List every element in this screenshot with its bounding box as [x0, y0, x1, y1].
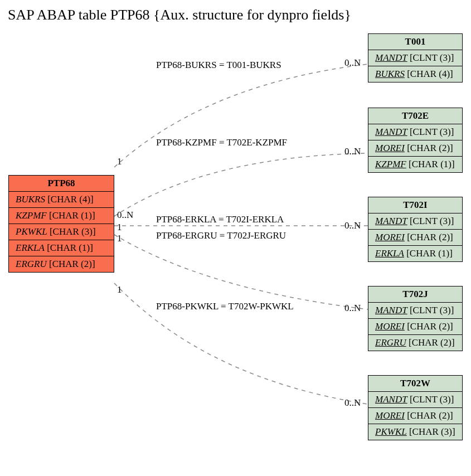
cardinality-left: 1	[117, 233, 122, 244]
entity-header: T702I	[368, 197, 462, 213]
field-row: MOREI [CHAR (2)]	[368, 408, 462, 424]
field-row: BUKRS [CHAR (4)]	[368, 66, 462, 82]
cardinality-left: 1	[117, 284, 122, 295]
field-row: MANDT [CLNT (3)]	[368, 50, 462, 66]
entity-header: T702E	[368, 108, 462, 124]
edge-label: PTP68-ERKLA = T702I-ERKLA	[156, 214, 284, 225]
field-row: BUKRS [CHAR (4)]	[9, 192, 114, 208]
cardinality-left: 0..N	[117, 210, 133, 221]
field-row: MOREI [CHAR (2)]	[368, 140, 462, 157]
cardinality-right: 0..N	[344, 397, 361, 409]
entity-header: PTP68	[9, 176, 114, 192]
field-row: MANDT [CLNT (3)]	[368, 213, 462, 230]
field-row: ERGRU [CHAR (2)]	[9, 256, 114, 272]
entity-t702e: T702E MANDT [CLNT (3)] MOREI [CHAR (2)] …	[368, 108, 463, 173]
field-row: ERKLA [CHAR (1)]	[368, 246, 462, 261]
field-row: MANDT [CLNT (3)]	[368, 303, 462, 319]
cardinality-right: 0..N	[344, 146, 361, 157]
edge-label: PTP68-ERGRU = T702J-ERGRU	[156, 230, 286, 241]
entity-header: T702W	[368, 376, 462, 392]
field-row: MOREI [CHAR (2)]	[368, 230, 462, 246]
entity-ptp68: PTP68 BUKRS [CHAR (4)] KZPMF [CHAR (1)] …	[8, 175, 114, 273]
cardinality-left: 1	[117, 222, 122, 233]
cardinality-right: 0..N	[344, 57, 361, 69]
cardinality-left: 1	[117, 156, 122, 167]
entity-t702i: T702I MANDT [CLNT (3)] MOREI [CHAR (2)] …	[368, 197, 463, 262]
field-row: KZPMF [CHAR (1)]	[9, 208, 114, 224]
entity-header: T702J	[368, 286, 462, 303]
entity-header: T001	[368, 34, 462, 50]
edge-label: PTP68-BUKRS = T001-BUKRS	[156, 60, 281, 71]
field-row: MANDT [CLNT (3)]	[368, 392, 462, 408]
field-row: ERKLA [CHAR (1)]	[9, 240, 114, 256]
entity-t702j: T702J MANDT [CLNT (3)] MOREI [CHAR (2)] …	[368, 286, 463, 351]
entity-t702w: T702W MANDT [CLNT (3)] MOREI [CHAR (2)] …	[368, 375, 463, 440]
field-row: MANDT [CLNT (3)]	[368, 124, 462, 140]
field-row: ERGRU [CHAR (2)]	[368, 335, 462, 351]
field-row: MOREI [CHAR (2)]	[368, 319, 462, 335]
field-row: KZPMF [CHAR (1)]	[368, 157, 462, 172]
entity-t001: T001 MANDT [CLNT (3)] BUKRS [CHAR (4)]	[368, 33, 463, 82]
cardinality-right: 0..N	[344, 303, 361, 314]
field-row: PKWKL [CHAR (3)]	[9, 224, 114, 240]
cardinality-right: 0..N	[344, 220, 361, 231]
edge-label: PTP68-KZPMF = T702E-KZPMF	[156, 137, 287, 148]
field-row: PKWKL [CHAR (3)]	[368, 424, 462, 440]
edge-label: PTP68-PKWKL = T702W-PKWKL	[156, 301, 294, 312]
